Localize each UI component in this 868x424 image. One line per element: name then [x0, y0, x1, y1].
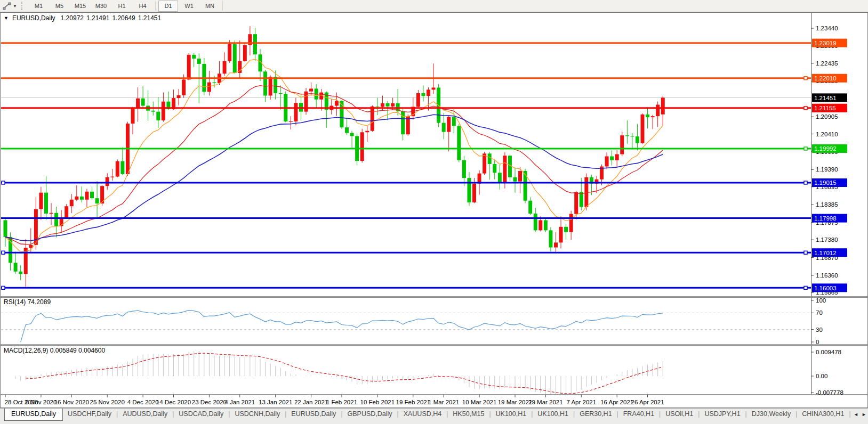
svg-text:16 Apr 2021: 16 Apr 2021 [600, 399, 633, 405]
timeframe-button-M15[interactable]: M15 [70, 1, 90, 12]
chart-tab-UK100-H1[interactable]: UK100,H1 [533, 409, 573, 420]
candle-body [467, 178, 471, 202]
candle-body [50, 213, 53, 214]
candle-body [263, 71, 267, 95]
chart-tab-AUDUSD-Daily[interactable]: AUDUSD,Daily [118, 409, 172, 420]
chart-area[interactable]: 1.234401.229301.224351.219251.209051.204… [0, 12, 868, 408]
ohlc-low: 1.20649 [112, 14, 135, 22]
chart-tab-XAUUSD-H4[interactable]: XAUUSD,H4 [399, 409, 447, 420]
candle-body [4, 220, 7, 237]
price-badge-1.16003[interactable]: 1.16003 [812, 283, 847, 292]
timeframe-button-H4[interactable]: H4 [133, 1, 152, 12]
svg-text:7 Apr 2021: 7 Apr 2021 [566, 399, 596, 405]
timeframe-toolbar: ▼ M1M5M15M30H1H4D1W1MN [0, 0, 868, 12]
candle-body [615, 154, 619, 160]
price-badge-1.19992[interactable]: 1.19992 [812, 144, 847, 153]
rsi-label: RSI(14) 74.2089 [4, 298, 51, 306]
chart-tab-HK50-M15[interactable]: HK50,M15 [448, 409, 489, 420]
candle-body [528, 201, 532, 214]
price-badge-1.17012[interactable]: 1.17012 [812, 248, 847, 257]
tab-scroll-left-button[interactable]: ◄ [852, 410, 860, 419]
chart-tab-USDCHF-Daily[interactable]: USDCHF,Daily [63, 409, 116, 420]
timeframe-button-M5[interactable]: M5 [50, 1, 69, 12]
svg-text:1.19992: 1.19992 [814, 145, 837, 152]
candle-body [294, 103, 298, 121]
candle-body [539, 220, 542, 230]
timeframe-button-M30[interactable]: M30 [91, 1, 111, 12]
timeframe-button-MN[interactable]: MN [200, 1, 220, 12]
ohlc-high: 1.21491 [86, 14, 109, 22]
timeframe-button-D1[interactable]: D1 [158, 1, 178, 12]
hline-handle[interactable] [804, 251, 807, 254]
hline-handle[interactable] [804, 147, 807, 150]
hline-handle[interactable] [2, 251, 5, 254]
line-tool-icon[interactable] [1, 1, 13, 11]
candle-body [14, 263, 18, 271]
candle-body [661, 97, 665, 114]
chart-tab-USDCAD-Daily[interactable]: USDCAD,Daily [174, 409, 228, 420]
tab-scroll-right-button[interactable]: ► [860, 410, 868, 419]
candle-body [569, 214, 573, 232]
candle-body [401, 111, 405, 134]
chart-tab-FRA40-H1[interactable]: FRA40,H1 [618, 409, 659, 420]
price-badge-1.22010[interactable]: 1.22010 [812, 74, 847, 83]
candle-body [421, 93, 425, 96]
candle-body [253, 34, 257, 54]
price-badge-1.17998[interactable]: 1.17998 [812, 214, 847, 223]
candle-body [636, 136, 639, 143]
candle-body [95, 198, 99, 203]
chart-tab-EURUSD-Daily[interactable]: EURUSD,Daily [286, 409, 341, 420]
svg-text:1.19390: 1.19390 [816, 166, 838, 173]
timeframe-button-W1[interactable]: W1 [179, 1, 199, 12]
candle-body [386, 103, 390, 107]
macd-label: MACD(12,26,9) 0.005849 0.004600 [4, 347, 105, 354]
chart-tab-EURUSD-Daily[interactable]: EURUSD,Daily [4, 409, 63, 421]
price-badge-1.21155[interactable]: 1.21155 [812, 104, 847, 112]
svg-text:4 Jan 2021: 4 Jan 2021 [224, 399, 255, 405]
chart-tab-CHINA300-H1[interactable]: CHINA300,H1 [797, 409, 849, 420]
hline-handle[interactable] [804, 286, 807, 289]
svg-text:26 Apr 2021: 26 Apr 2021 [631, 399, 664, 405]
svg-text:0.00: 0.00 [816, 373, 827, 379]
svg-text:1.21155: 1.21155 [814, 105, 836, 111]
timeframe-button-H1[interactable]: H1 [112, 1, 132, 12]
hline-handle[interactable] [804, 181, 807, 184]
candle-body [192, 55, 196, 59]
chart-dropdown-icon[interactable]: ▼ [4, 15, 9, 21]
svg-text:-0.007778: -0.007778 [816, 389, 843, 396]
toolbar-separator [222, 1, 223, 11]
candle-body [427, 89, 430, 96]
dropdown-caret-icon[interactable]: ▼ [13, 4, 19, 9]
candle-body [610, 157, 614, 160]
hline-handle[interactable] [804, 107, 807, 110]
hline-handle[interactable] [804, 77, 807, 80]
chart-tab-USDCNH-Daily[interactable]: USDCNH,Daily [230, 409, 285, 420]
svg-text:30: 30 [816, 327, 823, 333]
chart-tab-DJ30-Weekly[interactable]: DJ30,Weekly [747, 409, 795, 420]
price-badge-1.23019[interactable]: 1.23019 [812, 39, 847, 47]
candle-body [503, 156, 507, 183]
candle-body [243, 45, 247, 61]
hline-handle[interactable] [2, 181, 5, 184]
candle-body [544, 220, 548, 230]
hline-handle[interactable] [2, 286, 5, 289]
svg-text:1.20905: 1.20905 [816, 113, 838, 120]
chart-tab-UK100-H1[interactable]: UK100,H1 [491, 409, 532, 420]
candle-body [54, 213, 58, 226]
price-badge-1.19015[interactable]: 1.19015 [812, 178, 847, 187]
chart-tab-USDJPY-H1[interactable]: USDJPY,H1 [700, 409, 745, 420]
candle-body [630, 136, 634, 137]
candle-body [625, 135, 629, 136]
svg-text:10 Feb 2021: 10 Feb 2021 [360, 399, 395, 405]
price-badge-1.21451[interactable]: 1.21451 [812, 93, 847, 102]
timeframe-button-M1[interactable]: M1 [29, 1, 49, 12]
candle-body [207, 83, 211, 92]
svg-text:1.23019: 1.23019 [814, 40, 837, 46]
chart-tab-GER30-H1[interactable]: GER30,H1 [575, 409, 616, 420]
candle-body [646, 115, 649, 117]
chart-tab-GBPUSD-Daily[interactable]: GBPUSD,Daily [343, 409, 397, 420]
chart-tab-USOil-H1[interactable]: USOil,H1 [661, 409, 698, 420]
svg-text:1.17998: 1.17998 [814, 215, 837, 222]
candle-body [269, 77, 272, 95]
candle-body [447, 117, 451, 132]
